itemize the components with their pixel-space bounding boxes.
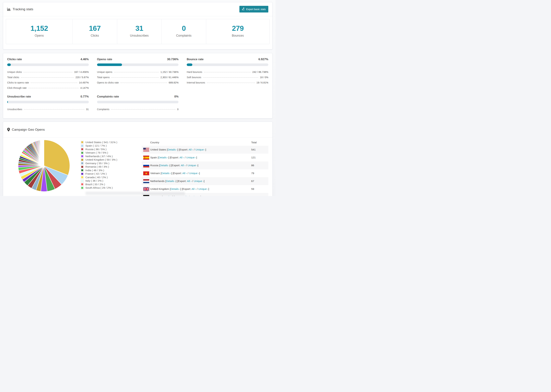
- metric-value: 167 / 4.456%: [74, 71, 89, 73]
- legend-label: Canada ( 40 / 2% ): [85, 176, 108, 179]
- export-icon: [242, 7, 245, 11]
- flag-column-header: [142, 139, 150, 146]
- country-name: United Kingdom: [150, 188, 169, 190]
- metric-value: 14.497%: [79, 81, 89, 84]
- legend-swatch: [81, 141, 84, 144]
- stat-value: 1,152: [6, 24, 72, 33]
- flag-ru-icon: [143, 163, 150, 168]
- details-link[interactable]: Details ›: [166, 180, 176, 182]
- dotted-leader: [31, 83, 77, 83]
- rate-value: 6.927%: [258, 58, 268, 61]
- legend-item-united-kingdom[interactable]: United Kingdom ( 59 / 3% ): [81, 158, 142, 161]
- legend-label: Russia ( 86 / 5% ): [85, 148, 106, 151]
- legend-item-netherlands[interactable]: Netherlands ( 67 / 4% ): [81, 155, 142, 158]
- rate-progress-bar: [7, 63, 89, 66]
- legend-item-vietnam[interactable]: Vietnam ( 79 / 5% ): [81, 151, 142, 154]
- rate-progress-bar: [97, 101, 179, 103]
- legend-item-italy[interactable]: Italy ( 36 / 2% ): [81, 179, 142, 182]
- legend-item-united-states[interactable]: United States ( 541 / 31% ): [81, 141, 142, 144]
- rate-value: 0.77%: [80, 95, 89, 98]
- export-all-link[interactable]: All ›: [182, 172, 187, 175]
- country-total: 55: [251, 193, 268, 196]
- export-all-link[interactable]: All ›: [187, 180, 192, 182]
- details-link[interactable]: Details ›: [168, 148, 177, 151]
- metric-value: 19 / 6.81%: [256, 81, 268, 84]
- export-all-link[interactable]: All ›: [181, 164, 185, 167]
- legend-item-france[interactable]: France ( 42 / 2% ): [81, 172, 142, 175]
- geo-pie-chart: [7, 139, 81, 196]
- metric-value: 2,303 / 61.446%: [161, 76, 179, 79]
- details-link[interactable]: Details ›: [171, 188, 180, 190]
- export-unique-link[interactable]: Unique ›: [188, 164, 198, 167]
- tracking-stats-card: Tracking stats Export basic stats 1,152O…: [3, 2, 273, 49]
- summary-stats-row: 1,152Opens167Clicks31Unsubscribes0Compla…: [6, 19, 270, 44]
- export-all-link[interactable]: All ›: [179, 156, 184, 159]
- export-unique-link[interactable]: Unique ›: [194, 180, 204, 182]
- metric-label: Unique opens: [97, 71, 113, 73]
- geo-opens-title: Campaign Geo Opens: [7, 128, 45, 132]
- rate-progress-fill: [7, 63, 11, 66]
- export-unique-link[interactable]: Unique ›: [189, 172, 199, 175]
- flag-es-icon: [143, 156, 150, 160]
- legend-item-canada[interactable]: Canada ( 40 / 2% ): [81, 176, 142, 179]
- metric-value: 0: [177, 108, 178, 111]
- country-name: Netherlands: [150, 180, 165, 182]
- metric-label: Total opens: [97, 76, 110, 79]
- bottom-shadow: [85, 192, 185, 196]
- metric-row: Unique opens1,152 / 30.736%: [97, 69, 179, 75]
- metric-row: Opens to clicks rate689.82%: [97, 80, 179, 85]
- legend-item-germany[interactable]: Germany ( 55 / 3% ): [81, 162, 142, 165]
- geo-table-row-nl: Netherlands [Details ›] [Export: All › /…: [142, 177, 268, 185]
- legend-swatch: [81, 186, 84, 189]
- export-unique-link[interactable]: Unique ›: [195, 148, 205, 151]
- flag-us-icon: [143, 148, 150, 152]
- dotted-leader: [23, 72, 72, 72]
- geo-content: United States ( 541 / 31% )Spain ( 121 /…: [3, 138, 272, 196]
- metric-value: 4.147%: [80, 87, 89, 89]
- export-all-link[interactable]: All ›: [191, 188, 196, 190]
- stat-label: Complaints: [162, 34, 206, 37]
- legend-label: Romania ( 49 / 3% ): [85, 165, 109, 168]
- stat-opens: 1,152Opens: [6, 19, 73, 44]
- metric-label: Opens to clicks rate: [97, 81, 119, 84]
- country-total: 59: [251, 185, 268, 193]
- export-unique-link[interactable]: Unique ›: [198, 188, 208, 190]
- country-total: 79: [251, 169, 268, 177]
- dotted-leader: [24, 109, 84, 110]
- geo-table-container: Country Total United States [Details ›] …: [142, 139, 268, 196]
- metric-label: Complaints: [97, 108, 110, 111]
- legend-swatch: [81, 176, 84, 179]
- legend-label: France ( 42 / 2% ): [85, 172, 107, 175]
- export-button-label: Export basic stats: [246, 8, 266, 11]
- legend-item-india[interactable]: India ( 46 / 3% ): [81, 169, 142, 172]
- rate-title: Complaints rate: [97, 95, 119, 98]
- rate-value: 0%: [174, 95, 179, 98]
- geo-opens-card: Campaign Geo Opens United States ( 541 /…: [3, 122, 273, 196]
- details-link[interactable]: Details ›: [160, 164, 170, 167]
- legend-label: Netherlands ( 67 / 4% ): [85, 155, 113, 158]
- legend-item-brazil[interactable]: Brazil ( 33 / 2% ): [81, 183, 142, 186]
- dotted-leader: [203, 77, 258, 78]
- country-total: 86: [251, 161, 268, 169]
- metric-row: Complaints0: [97, 106, 179, 112]
- legend-label: Italy ( 36 / 2% ): [85, 179, 103, 182]
- metric-row: Unsubscribes31: [7, 106, 89, 112]
- export-unique-link[interactable]: Unique ›: [190, 195, 200, 196]
- dotted-leader: [120, 83, 167, 83]
- total-column-header: Total: [251, 139, 268, 146]
- rate-progress-fill: [7, 101, 8, 103]
- legend-item-russia[interactable]: Russia ( 86 / 5% ): [81, 148, 142, 151]
- legend-item-spain[interactable]: Spain ( 121 / 7% ): [81, 144, 142, 147]
- details-link[interactable]: Details ›: [161, 172, 171, 175]
- stat-label: Bounces: [206, 34, 269, 37]
- legend-label: South Africa ( 29 / 2% ): [85, 186, 113, 189]
- legend-item-south-africa[interactable]: South Africa ( 29 / 2% ): [81, 186, 142, 189]
- metric-value: 220 / 5.87%: [76, 76, 89, 79]
- export-unique-link[interactable]: Unique ›: [186, 156, 196, 159]
- legend-item-romania[interactable]: Romania ( 49 / 3% ): [81, 165, 142, 168]
- dotted-leader: [111, 109, 175, 110]
- export-basic-stats-button[interactable]: Export basic stats: [239, 6, 268, 13]
- export-all-link[interactable]: All ›: [189, 148, 193, 151]
- details-link[interactable]: Details ›: [158, 156, 168, 159]
- metric-label: Total clicks: [7, 76, 19, 79]
